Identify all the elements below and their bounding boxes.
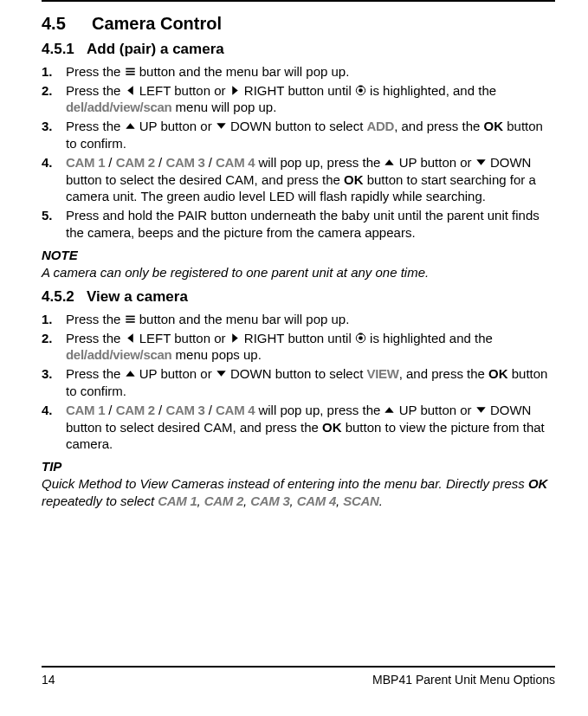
step-item: 2.Press the LEFT button or RIGHT button …: [42, 330, 555, 364]
page-footer: 14 MBP41 Parent Unit Menu Options: [0, 666, 588, 687]
step-number: 1.: [42, 311, 66, 328]
up-icon: [125, 120, 136, 132]
ok-label: OK: [322, 420, 342, 435]
ok-label: OK: [484, 119, 504, 133]
ui-label-text: CAM 2: [116, 155, 155, 170]
manual-page: 4.5Camera Control 4.5.1Add (pair) a came…: [0, 0, 588, 716]
svg-point-4: [359, 88, 363, 93]
ui-label-text: del/add/view/scan: [66, 347, 171, 362]
step-number: 3.: [42, 365, 66, 400]
footer-rule: [42, 666, 555, 668]
ok-label: OK: [344, 172, 364, 187]
svg-rect-11: [359, 332, 363, 334]
note-heading: NOTE: [42, 247, 555, 264]
subsection-1-title: Add (pair) a camera: [87, 41, 224, 57]
step-item: 4.CAM 1 / CAM 2 / CAM 3 / CAM 4 will pop…: [42, 402, 555, 453]
step-item: 4.CAM 1 / CAM 2 / CAM 3 / CAM 4 will pop…: [42, 154, 555, 205]
step-text: Press the LEFT button or RIGHT button un…: [66, 82, 555, 117]
step-item: 1.Press the button and the menu bar will…: [42, 63, 555, 81]
section-title: Camera Control: [92, 14, 222, 33]
step-item: 3.Press the UP button or DOWN button to …: [42, 365, 555, 400]
down-icon: [475, 404, 487, 416]
subsection-1-number: 4.5.1: [42, 40, 87, 59]
step-text: CAM 1 / CAM 2 / CAM 3 / CAM 4 will pop u…: [66, 402, 555, 453]
subsection-2-number: 4.5.2: [42, 287, 87, 306]
ui-label-text: del/add/view/scan: [66, 100, 171, 114]
subsection-2-title: View a camera: [87, 288, 188, 305]
ui-label-text: CAM 4: [297, 493, 336, 508]
step-number: 1.: [42, 63, 66, 81]
subsection-2-steps: 1.Press the button and the menu bar will…: [42, 311, 555, 453]
down-icon: [216, 368, 227, 379]
step-number: 3.: [42, 118, 66, 152]
svg-rect-6: [126, 315, 134, 317]
step-text: Press the UP button or DOWN button to se…: [66, 118, 555, 152]
subsection-1-steps: 1.Press the button and the menu bar will…: [42, 63, 555, 242]
menu-icon: [125, 66, 136, 77]
ok-label: OK: [528, 476, 548, 491]
ui-label-text: CAM 1: [66, 155, 105, 170]
section-heading: 4.5Camera Control: [42, 12, 555, 35]
svg-rect-2: [126, 74, 134, 75]
up-icon: [384, 157, 395, 168]
step-item: 2.Press the LEFT button or RIGHT button …: [42, 82, 555, 117]
footer-label: MBP41 Parent Unit Menu Options: [372, 673, 555, 687]
right-icon: [229, 332, 241, 344]
step-text: Press the button and the menu bar will p…: [66, 311, 555, 328]
tip-body: Quick Method to View Cameras instead of …: [42, 475, 555, 510]
ui-label-text: CAM 3: [250, 493, 289, 508]
svg-rect-0: [126, 68, 134, 69]
camera-icon: [355, 332, 366, 344]
svg-rect-1: [126, 71, 134, 73]
down-icon: [475, 157, 487, 168]
step-text: Press the LEFT button or RIGHT button un…: [66, 330, 555, 364]
right-icon: [229, 85, 241, 96]
step-text: Press the button and the menu bar will p…: [66, 63, 555, 81]
page-number: 14: [42, 673, 55, 687]
step-number: 5.: [42, 207, 66, 242]
step-number: 4.: [42, 154, 66, 205]
step-text: Press the UP button or DOWN button to se…: [66, 365, 555, 400]
camera-icon: [355, 85, 366, 96]
step-number: 2.: [42, 82, 66, 117]
ui-label-text: CAM 1: [158, 493, 197, 508]
down-icon: [216, 120, 227, 132]
ui-label-text: VIEW: [367, 366, 399, 381]
step-text: Press and hold the PAIR button underneat…: [66, 207, 555, 242]
ui-label-text: CAM 2: [204, 493, 243, 508]
svg-rect-7: [126, 319, 134, 320]
section-number: 4.5: [42, 12, 92, 35]
up-icon: [384, 404, 395, 416]
ui-label-text: CAM 2: [116, 403, 155, 417]
ui-label-text: ADD: [367, 119, 395, 133]
step-number: 2.: [42, 330, 66, 364]
menu-icon: [125, 313, 136, 325]
svg-rect-8: [126, 321, 134, 323]
up-icon: [125, 368, 136, 379]
step-item: 5.Press and hold the PAIR button underne…: [42, 207, 555, 242]
svg-point-10: [359, 336, 363, 340]
page-content: 4.5Camera Control 4.5.1Add (pair) a came…: [0, 2, 588, 510]
ok-label: OK: [488, 366, 508, 381]
left-icon: [125, 85, 136, 96]
ui-label-text: CAM 4: [216, 155, 255, 170]
subsection-1-heading: 4.5.1Add (pair) a camera: [42, 40, 555, 59]
ui-label-text: CAM 1: [66, 403, 105, 417]
step-text: CAM 1 / CAM 2 / CAM 3 / CAM 4 will pop u…: [66, 154, 555, 205]
tip-heading: TIP: [42, 458, 555, 475]
subsection-2-heading: 4.5.2View a camera: [42, 287, 555, 306]
step-number: 4.: [42, 402, 66, 453]
step-item: 1.Press the button and the menu bar will…: [42, 311, 555, 328]
step-item: 3.Press the UP button or DOWN button to …: [42, 118, 555, 152]
left-icon: [125, 332, 136, 344]
ui-label-text: SCAN: [343, 493, 378, 508]
ui-label-text: CAM 3: [165, 403, 204, 417]
ui-label-text: CAM 4: [216, 403, 255, 417]
ui-label-text: CAM 3: [165, 155, 204, 170]
note-body: A camera can only be registered to one p…: [42, 264, 555, 281]
svg-rect-5: [359, 85, 363, 87]
